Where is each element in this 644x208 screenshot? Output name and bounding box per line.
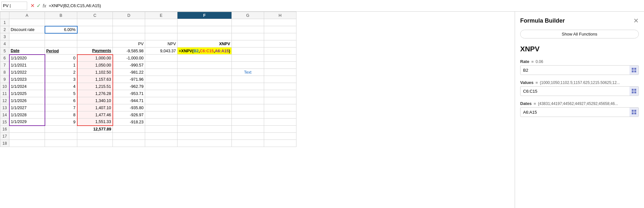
cell-f5[interactable]: =XNPV(B2,C6:C15,A6:A15)	[177, 47, 232, 55]
cell-c11[interactable]: 1,276.28	[77, 90, 113, 97]
cell-a4[interactable]	[9, 40, 45, 47]
cell-f13[interactable]	[177, 104, 232, 111]
cell-e12[interactable]	[145, 97, 177, 104]
formula-builder-close-button[interactable]: ✕	[633, 17, 639, 25]
cell-e9[interactable]	[145, 76, 177, 83]
cell-h15[interactable]	[264, 119, 296, 126]
formula-input[interactable]	[49, 3, 643, 8]
cell-g10[interactable]	[231, 83, 264, 90]
cell-b7[interactable]: 1	[45, 62, 77, 69]
cell-g14[interactable]	[231, 111, 264, 119]
cell-c15[interactable]: 1,551.33	[77, 119, 113, 126]
cell-b2[interactable]: 6.00%	[45, 26, 77, 33]
cell-d3[interactable]	[113, 33, 145, 40]
cell-a3[interactable]	[9, 33, 45, 40]
col-header-d[interactable]: D	[113, 12, 145, 19]
cell-e10[interactable]	[145, 83, 177, 90]
cell-d1[interactable]	[113, 19, 145, 26]
cell-a2[interactable]: Discount rate	[9, 26, 45, 33]
cell-d18[interactable]	[113, 140, 145, 147]
cell-h1[interactable]	[264, 19, 296, 26]
cell-e13[interactable]	[145, 104, 177, 111]
cell-f12[interactable]	[177, 97, 232, 104]
cell-d12[interactable]: -944.71	[113, 97, 145, 104]
cell-c8[interactable]: 1,102.50	[77, 69, 113, 76]
cell-c1[interactable]	[77, 19, 113, 26]
param-values-grid-icon[interactable]	[629, 87, 639, 96]
cell-f14[interactable]	[177, 111, 232, 119]
cell-g11[interactable]	[231, 90, 264, 97]
cell-d7[interactable]: -990.57	[113, 62, 145, 69]
cell-d2[interactable]	[113, 26, 145, 33]
cell-c18[interactable]	[77, 140, 113, 147]
cell-a8[interactable]: 1/1/2022	[9, 69, 45, 76]
grid-container[interactable]: A B C D E F G H 1	[0, 12, 515, 208]
cell-c4[interactable]	[77, 40, 113, 47]
cell-h8[interactable]	[264, 69, 296, 76]
cell-f18[interactable]	[177, 140, 232, 147]
cell-f8[interactable]	[177, 69, 232, 76]
cell-b18[interactable]	[45, 140, 77, 147]
spinner-down[interactable]: ▼	[9, 6, 11, 8]
col-header-f[interactable]: F	[177, 12, 232, 19]
cell-h2[interactable]	[264, 26, 296, 33]
cell-g12[interactable]	[231, 97, 264, 104]
param-rate-input[interactable]	[521, 66, 629, 74]
col-header-h[interactable]: H	[264, 12, 296, 19]
cell-g8[interactable]: Text	[231, 69, 264, 76]
cell-g5[interactable]	[231, 47, 264, 55]
col-header-e[interactable]: E	[145, 12, 177, 19]
cell-f16[interactable]	[177, 126, 232, 133]
cell-a15[interactable]: 1/1/2029	[9, 119, 45, 126]
cell-e15[interactable]	[145, 119, 177, 126]
cell-f15[interactable]	[177, 119, 232, 126]
cell-h12[interactable]	[264, 97, 296, 104]
cell-e7[interactable]	[145, 62, 177, 69]
cell-b3[interactable]	[45, 33, 77, 40]
cell-b8[interactable]: 2	[45, 69, 77, 76]
col-header-b[interactable]: B	[45, 12, 77, 19]
cancel-icon[interactable]: ✕	[30, 3, 35, 9]
cell-b1[interactable]	[45, 19, 77, 26]
cell-h16[interactable]	[264, 126, 296, 133]
cell-f6[interactable]	[177, 55, 232, 62]
cell-d8[interactable]: -981.22	[113, 69, 145, 76]
cell-e5[interactable]: 9,043.37	[145, 47, 177, 55]
cell-g6[interactable]	[231, 55, 264, 62]
cell-h14[interactable]	[264, 111, 296, 119]
param-rate-grid-icon[interactable]	[629, 66, 639, 75]
show-all-functions-button[interactable]: Show All Functions	[520, 30, 639, 38]
cell-e17[interactable]	[145, 133, 177, 140]
cell-g3[interactable]	[231, 33, 264, 40]
cell-f9[interactable]	[177, 76, 232, 83]
cell-g18[interactable]	[231, 140, 264, 147]
cell-c12[interactable]: 1,340.10	[77, 97, 113, 104]
cell-a12[interactable]: 1/1/2026	[9, 97, 45, 104]
cell-c5[interactable]: Payments	[77, 47, 113, 55]
cell-f7[interactable]	[177, 62, 232, 69]
cell-h17[interactable]	[264, 133, 296, 140]
cell-c2[interactable]	[77, 26, 113, 33]
cell-b15[interactable]: 9	[45, 119, 77, 126]
cell-h3[interactable]	[264, 33, 296, 40]
cell-e14[interactable]	[145, 111, 177, 119]
cell-b17[interactable]	[45, 133, 77, 140]
param-values-input[interactable]	[521, 87, 629, 95]
cell-h4[interactable]	[264, 40, 296, 47]
col-header-g[interactable]: G	[231, 12, 264, 19]
cell-b5[interactable]: Period	[45, 47, 77, 55]
cell-a5[interactable]: Date	[9, 47, 45, 55]
cell-c13[interactable]: 1,407.10	[77, 104, 113, 111]
cell-d14[interactable]: -926.97	[113, 111, 145, 119]
cell-b12[interactable]: 6	[45, 97, 77, 104]
cell-d4[interactable]: PV	[113, 40, 145, 47]
cell-e8[interactable]	[145, 69, 177, 76]
cell-f4[interactable]: XNPV	[177, 40, 232, 47]
cell-d9[interactable]: -971.96	[113, 76, 145, 83]
cell-e11[interactable]	[145, 90, 177, 97]
cell-h13[interactable]	[264, 104, 296, 111]
col-header-a[interactable]: A	[9, 12, 45, 19]
cell-c9[interactable]: 1,157.63	[77, 76, 113, 83]
cell-a1[interactable]	[9, 19, 45, 26]
col-header-c[interactable]: C	[77, 12, 113, 19]
